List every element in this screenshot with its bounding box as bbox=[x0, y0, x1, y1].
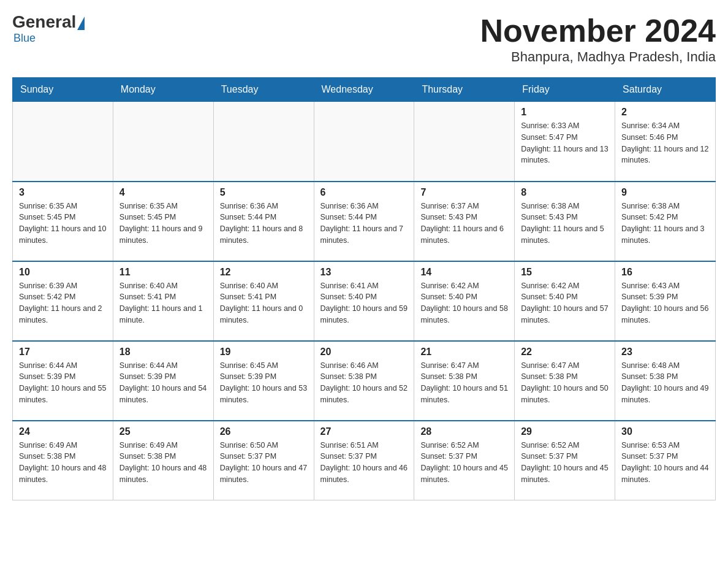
calendar-week-row: 3Sunrise: 6:35 AM Sunset: 5:45 PM Daylig… bbox=[13, 182, 716, 261]
days-of-week-row: SundayMondayTuesdayWednesdayThursdayFrid… bbox=[13, 78, 716, 102]
calendar-day-cell: 2Sunrise: 6:34 AM Sunset: 5:46 PM Daylig… bbox=[615, 102, 716, 182]
day-number: 14 bbox=[420, 267, 508, 278]
day-info: Sunrise: 6:40 AM Sunset: 5:41 PM Dayligh… bbox=[220, 280, 308, 326]
day-of-week-header: Sunday bbox=[13, 78, 113, 102]
day-of-week-header: Monday bbox=[113, 78, 213, 102]
calendar-day-cell bbox=[314, 102, 414, 182]
day-info: Sunrise: 6:38 AM Sunset: 5:43 PM Dayligh… bbox=[521, 201, 609, 247]
location-title: Bhanpura, Madhya Pradesh, India bbox=[480, 49, 716, 65]
day-number: 5 bbox=[220, 187, 308, 198]
day-number: 18 bbox=[119, 347, 207, 358]
calendar-header: SundayMondayTuesdayWednesdayThursdayFrid… bbox=[13, 78, 716, 102]
calendar-day-cell: 22Sunrise: 6:47 AM Sunset: 5:38 PM Dayli… bbox=[515, 341, 615, 421]
day-info: Sunrise: 6:45 AM Sunset: 5:39 PM Dayligh… bbox=[220, 360, 308, 406]
calendar-day-cell bbox=[113, 102, 213, 182]
day-number: 7 bbox=[420, 187, 508, 198]
day-number: 10 bbox=[19, 267, 107, 278]
day-info: Sunrise: 6:42 AM Sunset: 5:40 PM Dayligh… bbox=[420, 280, 508, 326]
day-number: 21 bbox=[420, 347, 508, 358]
day-number: 3 bbox=[19, 187, 107, 198]
day-of-week-header: Thursday bbox=[414, 78, 515, 102]
day-of-week-header: Tuesday bbox=[213, 78, 314, 102]
day-info: Sunrise: 6:51 AM Sunset: 5:37 PM Dayligh… bbox=[320, 440, 408, 486]
day-number: 24 bbox=[19, 426, 107, 437]
day-number: 2 bbox=[621, 107, 709, 118]
calendar-day-cell: 29Sunrise: 6:52 AM Sunset: 5:37 PM Dayli… bbox=[515, 421, 615, 500]
day-info: Sunrise: 6:53 AM Sunset: 5:37 PM Dayligh… bbox=[621, 440, 709, 486]
day-info: Sunrise: 6:39 AM Sunset: 5:42 PM Dayligh… bbox=[19, 280, 107, 326]
day-info: Sunrise: 6:36 AM Sunset: 5:44 PM Dayligh… bbox=[320, 201, 408, 247]
day-info: Sunrise: 6:33 AM Sunset: 5:47 PM Dayligh… bbox=[521, 120, 609, 166]
day-number: 11 bbox=[119, 267, 207, 278]
calendar-day-cell: 15Sunrise: 6:42 AM Sunset: 5:40 PM Dayli… bbox=[515, 261, 615, 341]
day-number: 9 bbox=[621, 187, 709, 198]
calendar-day-cell: 5Sunrise: 6:36 AM Sunset: 5:44 PM Daylig… bbox=[213, 182, 314, 261]
day-info: Sunrise: 6:44 AM Sunset: 5:39 PM Dayligh… bbox=[19, 360, 107, 406]
logo: General Blue bbox=[12, 12, 85, 45]
calendar-day-cell: 10Sunrise: 6:39 AM Sunset: 5:42 PM Dayli… bbox=[13, 261, 113, 341]
calendar-day-cell: 26Sunrise: 6:50 AM Sunset: 5:37 PM Dayli… bbox=[213, 421, 314, 500]
day-number: 16 bbox=[621, 267, 709, 278]
day-number: 1 bbox=[521, 107, 609, 118]
calendar-week-row: 24Sunrise: 6:49 AM Sunset: 5:38 PM Dayli… bbox=[13, 421, 716, 500]
day-info: Sunrise: 6:38 AM Sunset: 5:42 PM Dayligh… bbox=[621, 201, 709, 247]
calendar-day-cell: 8Sunrise: 6:38 AM Sunset: 5:43 PM Daylig… bbox=[515, 182, 615, 261]
day-of-week-header: Friday bbox=[515, 78, 615, 102]
day-of-week-header: Wednesday bbox=[314, 78, 414, 102]
day-info: Sunrise: 6:43 AM Sunset: 5:39 PM Dayligh… bbox=[621, 280, 709, 326]
day-info: Sunrise: 6:42 AM Sunset: 5:40 PM Dayligh… bbox=[521, 280, 609, 326]
calendar-day-cell bbox=[414, 102, 515, 182]
day-info: Sunrise: 6:48 AM Sunset: 5:38 PM Dayligh… bbox=[621, 360, 709, 406]
day-info: Sunrise: 6:47 AM Sunset: 5:38 PM Dayligh… bbox=[420, 360, 508, 406]
calendar-day-cell bbox=[13, 102, 113, 182]
calendar-day-cell: 1Sunrise: 6:33 AM Sunset: 5:47 PM Daylig… bbox=[515, 102, 615, 182]
logo-general-text: General bbox=[12, 12, 76, 32]
calendar-day-cell: 18Sunrise: 6:44 AM Sunset: 5:39 PM Dayli… bbox=[113, 341, 213, 421]
calendar-week-row: 1Sunrise: 6:33 AM Sunset: 5:47 PM Daylig… bbox=[13, 102, 716, 182]
day-number: 20 bbox=[320, 347, 408, 358]
day-info: Sunrise: 6:34 AM Sunset: 5:46 PM Dayligh… bbox=[621, 120, 709, 166]
day-number: 8 bbox=[521, 187, 609, 198]
day-info: Sunrise: 6:35 AM Sunset: 5:45 PM Dayligh… bbox=[119, 201, 207, 247]
day-number: 26 bbox=[220, 426, 308, 437]
day-info: Sunrise: 6:35 AM Sunset: 5:45 PM Dayligh… bbox=[19, 201, 107, 247]
calendar-day-cell: 13Sunrise: 6:41 AM Sunset: 5:40 PM Dayli… bbox=[314, 261, 414, 341]
calendar-day-cell: 27Sunrise: 6:51 AM Sunset: 5:37 PM Dayli… bbox=[314, 421, 414, 500]
day-number: 29 bbox=[521, 426, 609, 437]
calendar-body: 1Sunrise: 6:33 AM Sunset: 5:47 PM Daylig… bbox=[13, 102, 716, 500]
day-info: Sunrise: 6:37 AM Sunset: 5:43 PM Dayligh… bbox=[420, 201, 508, 247]
day-number: 25 bbox=[119, 426, 207, 437]
day-number: 17 bbox=[19, 347, 107, 358]
day-number: 28 bbox=[420, 426, 508, 437]
calendar-day-cell: 14Sunrise: 6:42 AM Sunset: 5:40 PM Dayli… bbox=[414, 261, 515, 341]
calendar-day-cell: 12Sunrise: 6:40 AM Sunset: 5:41 PM Dayli… bbox=[213, 261, 314, 341]
day-number: 27 bbox=[320, 426, 408, 437]
day-info: Sunrise: 6:44 AM Sunset: 5:39 PM Dayligh… bbox=[119, 360, 207, 406]
calendar-day-cell: 6Sunrise: 6:36 AM Sunset: 5:44 PM Daylig… bbox=[314, 182, 414, 261]
title-section: November 2024 Bhanpura, Madhya Pradesh, … bbox=[480, 12, 716, 65]
day-info: Sunrise: 6:50 AM Sunset: 5:37 PM Dayligh… bbox=[220, 440, 308, 486]
logo-triangle-icon bbox=[77, 17, 85, 30]
calendar-day-cell: 21Sunrise: 6:47 AM Sunset: 5:38 PM Dayli… bbox=[414, 341, 515, 421]
calendar-day-cell bbox=[213, 102, 314, 182]
calendar-week-row: 10Sunrise: 6:39 AM Sunset: 5:42 PM Dayli… bbox=[13, 261, 716, 341]
day-info: Sunrise: 6:49 AM Sunset: 5:38 PM Dayligh… bbox=[19, 440, 107, 486]
calendar-day-cell: 9Sunrise: 6:38 AM Sunset: 5:42 PM Daylig… bbox=[615, 182, 716, 261]
calendar-table: SundayMondayTuesdayWednesdayThursdayFrid… bbox=[12, 77, 716, 500]
calendar-day-cell: 17Sunrise: 6:44 AM Sunset: 5:39 PM Dayli… bbox=[13, 341, 113, 421]
calendar-day-cell: 11Sunrise: 6:40 AM Sunset: 5:41 PM Dayli… bbox=[113, 261, 213, 341]
day-info: Sunrise: 6:46 AM Sunset: 5:38 PM Dayligh… bbox=[320, 360, 408, 406]
day-info: Sunrise: 6:49 AM Sunset: 5:38 PM Dayligh… bbox=[119, 440, 207, 486]
day-info: Sunrise: 6:36 AM Sunset: 5:44 PM Dayligh… bbox=[220, 201, 308, 247]
month-title: November 2024 bbox=[480, 12, 716, 49]
calendar-day-cell: 30Sunrise: 6:53 AM Sunset: 5:37 PM Dayli… bbox=[615, 421, 716, 500]
calendar-day-cell: 3Sunrise: 6:35 AM Sunset: 5:45 PM Daylig… bbox=[13, 182, 113, 261]
calendar-week-row: 17Sunrise: 6:44 AM Sunset: 5:39 PM Dayli… bbox=[13, 341, 716, 421]
day-number: 12 bbox=[220, 267, 308, 278]
day-info: Sunrise: 6:47 AM Sunset: 5:38 PM Dayligh… bbox=[521, 360, 609, 406]
calendar-day-cell: 16Sunrise: 6:43 AM Sunset: 5:39 PM Dayli… bbox=[615, 261, 716, 341]
day-number: 19 bbox=[220, 347, 308, 358]
day-number: 23 bbox=[621, 347, 709, 358]
day-of-week-header: Saturday bbox=[615, 78, 716, 102]
calendar-day-cell: 28Sunrise: 6:52 AM Sunset: 5:37 PM Dayli… bbox=[414, 421, 515, 500]
